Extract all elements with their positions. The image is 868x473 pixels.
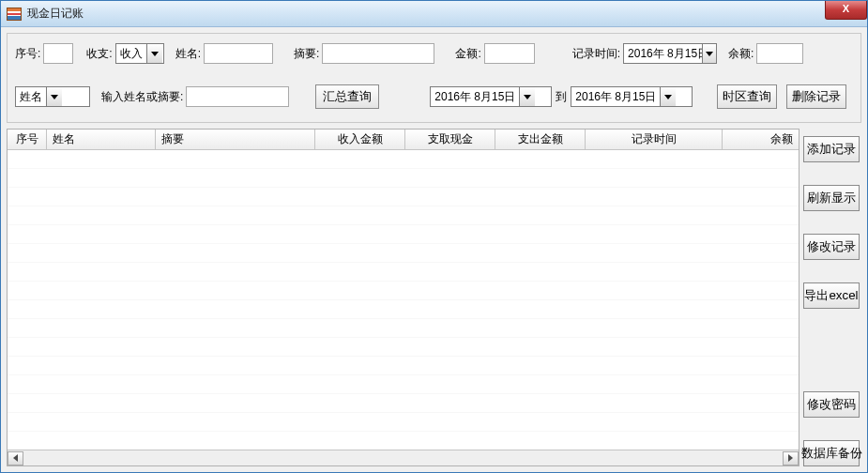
add-record-button[interactable]: 添加记录 (803, 136, 860, 162)
edit-record-button[interactable]: 修改记录 (803, 234, 860, 260)
name-input[interactable] (204, 43, 273, 64)
col-name[interactable]: 姓名 (47, 130, 156, 149)
summary-label: 摘要: (294, 46, 319, 62)
col-time[interactable]: 记录时间 (586, 130, 723, 149)
record-time-label: 记录时间: (572, 46, 620, 62)
io-label: 收支: (86, 46, 112, 62)
scroll-left-button[interactable] (8, 451, 23, 465)
grid-body[interactable] (8, 150, 799, 450)
chevron-down-icon (519, 87, 535, 106)
app-window: 现金日记账 X 序号: 收支: 收入 姓名: 摘要: 金额: 记录时间: 201… (0, 0, 868, 473)
chevron-down-icon (702, 44, 716, 63)
col-income[interactable]: 收入金额 (315, 130, 405, 149)
record-time-picker[interactable]: 2016年 8月15日 (623, 43, 717, 64)
date-from-value: 2016年 8月15日 (431, 89, 519, 105)
date-to-value: 2016年 8月15日 (571, 89, 660, 105)
io-select[interactable]: 收入 (115, 43, 164, 64)
col-expense[interactable]: 支出金额 (495, 130, 586, 149)
chevron-down-icon (146, 44, 162, 63)
col-withdraw[interactable]: 支取现金 (405, 130, 495, 149)
window-title: 现金日记账 (27, 6, 84, 22)
range-query-button[interactable]: 时区查询 (717, 84, 777, 109)
summary-query-button[interactable]: 汇总查询 (315, 84, 379, 109)
app-icon (7, 8, 22, 21)
data-grid[interactable]: 序号 姓名 摘要 收入金额 支取现金 支出金额 记录时间 余额 (7, 129, 799, 466)
side-spacer (803, 331, 860, 369)
db-backup-button[interactable]: 数据库备份 (803, 440, 860, 466)
chevron-down-icon (660, 87, 676, 106)
change-password-button[interactable]: 修改密码 (803, 391, 860, 418)
export-excel-button[interactable]: 导出excel (803, 282, 860, 309)
col-seq[interactable]: 序号 (8, 130, 47, 149)
search-field-select[interactable]: 姓名 (15, 86, 90, 107)
io-select-value: 收入 (116, 46, 146, 62)
balance-label: 余额: (728, 46, 754, 62)
triangle-right-icon (788, 454, 793, 462)
col-balance[interactable]: 余额 (723, 130, 799, 149)
summary-input[interactable] (322, 43, 434, 64)
form-row-1: 序号: 收支: 收入 姓名: 摘要: 金额: 记录时间: 2016年 8月15日… (13, 43, 855, 64)
side-buttons: 添加记录 刷新显示 修改记录 导出excel 修改密码 数据库备份 (799, 129, 861, 466)
scroll-right-button[interactable] (783, 451, 799, 465)
delete-record-button[interactable]: 删除记录 (786, 84, 846, 109)
triangle-left-icon (13, 454, 18, 462)
seq-input[interactable] (43, 43, 73, 64)
keyword-input[interactable] (186, 86, 289, 107)
search-field-value: 姓名 (16, 89, 46, 105)
titlebar: 现金日记账 X (1, 1, 867, 27)
seq-label: 序号: (15, 46, 40, 62)
date-from-picker[interactable]: 2016年 8月15日 (430, 86, 552, 107)
date-sep: 到 (556, 89, 567, 105)
grid-header: 序号 姓名 摘要 收入金额 支取现金 支出金额 记录时间 余额 (8, 130, 799, 150)
amount-label: 金额: (455, 46, 480, 62)
chevron-down-icon (46, 87, 62, 106)
form-row-2: 姓名 输入姓名或摘要: 汇总查询 2016年 8月15日 到 2016年 8月1… (13, 84, 855, 109)
h-scrollbar[interactable] (8, 450, 799, 465)
form-panel: 序号: 收支: 收入 姓名: 摘要: 金额: 记录时间: 2016年 8月15日… (7, 33, 861, 123)
refresh-button[interactable]: 刷新显示 (803, 185, 860, 211)
date-to-picker[interactable]: 2016年 8月15日 (571, 86, 693, 107)
col-summary[interactable]: 摘要 (156, 130, 315, 149)
scroll-track[interactable] (23, 451, 783, 465)
amount-input[interactable] (484, 43, 535, 64)
name-label: 姓名: (175, 46, 201, 62)
close-button[interactable]: X (825, 1, 867, 20)
content-area: 序号 姓名 摘要 收入金额 支取现金 支出金额 记录时间 余额 添加记录 刷新显… (7, 129, 861, 466)
balance-input[interactable] (756, 43, 803, 64)
record-time-value: 2016年 8月15日 (624, 46, 702, 62)
keyword-label: 输入姓名或摘要: (101, 89, 183, 105)
